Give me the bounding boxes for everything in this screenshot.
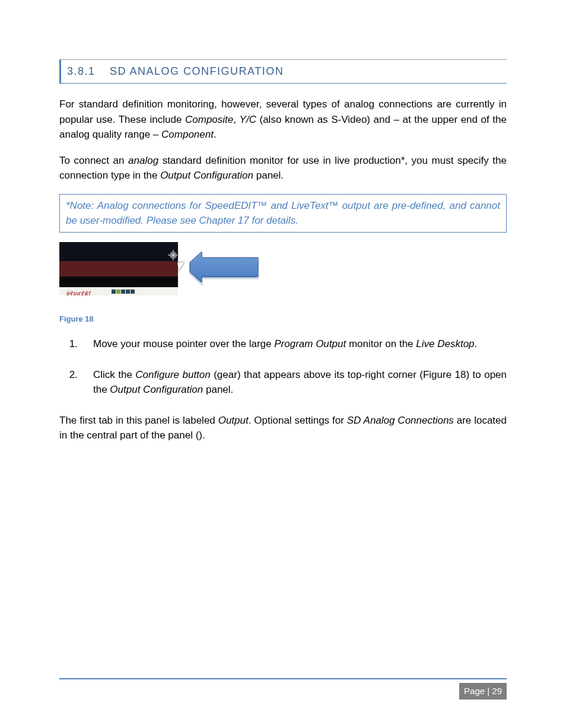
footer-divider xyxy=(59,678,507,679)
step-2: Click the Configure button (gear) that a… xyxy=(86,367,507,398)
text-run: . Optional settings for xyxy=(249,415,347,426)
cursor-icon xyxy=(177,262,186,271)
program-output-preview: iehwobld xyxy=(59,242,178,295)
note-callout: *Note: Analog connections for SpeedEDIT™… xyxy=(59,194,507,233)
text-run: panel. xyxy=(253,170,284,181)
svg-rect-7 xyxy=(176,255,179,256)
callout-arrow-icon xyxy=(178,252,267,293)
intro-paragraph-2: To connect an analog standard definition… xyxy=(59,153,507,183)
term-sd-analog-connections: SD Analog Connections xyxy=(347,415,454,426)
step-1: Move your mouse pointer over the large P… xyxy=(86,336,507,352)
term-output-configuration: Output Configuration xyxy=(160,170,253,181)
term-component: Component xyxy=(161,129,214,140)
preview-band-red xyxy=(59,261,178,276)
intro-paragraph-1: For standard definition monitoring, howe… xyxy=(59,97,507,142)
svg-point-3 xyxy=(172,254,174,256)
svg-rect-6 xyxy=(168,255,170,256)
section-heading: 3.8.1 SD ANALOG CONFIGURATION xyxy=(59,59,507,84)
preview-scribble: iehwobld xyxy=(66,288,90,295)
preview-band-light: iehwobld xyxy=(59,287,178,295)
term-output: Output xyxy=(218,415,249,426)
section-title: SD ANALOG CONFIGURATION xyxy=(110,65,284,77)
document-body: 3.8.1 SD ANALOG CONFIGURATION For standa… xyxy=(0,0,566,443)
term-live-desktop: Live Desktop xyxy=(416,338,474,349)
text-run: , xyxy=(233,114,239,125)
preview-band-black xyxy=(59,276,178,287)
term-configure-button: Configure button xyxy=(135,369,210,380)
text-run: The first tab in this panel is labeled xyxy=(59,415,218,426)
section-number: 3.8.1 xyxy=(67,63,96,80)
text-run: . xyxy=(475,338,478,349)
figure-image: iehwobld xyxy=(59,242,261,307)
figure-18: iehwobld xyxy=(59,242,507,307)
text-run: panel. xyxy=(203,384,233,395)
term-composite: Composite xyxy=(185,114,233,125)
figure-caption: Figure 18 xyxy=(59,313,507,325)
term-yc: Y/C xyxy=(240,114,256,125)
text-run: Move your mouse pointer over the large xyxy=(93,338,274,349)
preview-band-dark xyxy=(59,242,178,261)
term-analog: analog xyxy=(128,155,158,166)
gear-icon xyxy=(167,249,179,261)
term-program-output: Program Output xyxy=(274,338,346,349)
text-run: Click the xyxy=(93,369,135,380)
note-text: *Note: Analog connections for SpeedEDIT™… xyxy=(66,200,500,227)
steps-list: Move your mouse pointer over the large P… xyxy=(59,336,507,398)
text-run: To connect an xyxy=(59,155,128,166)
svg-rect-4 xyxy=(173,250,174,252)
term-output-configuration: Output Configuration xyxy=(110,384,203,395)
text-run: monitor on the xyxy=(346,338,416,349)
page-number-text: Page | 29 xyxy=(464,686,502,696)
page-number-badge: Page | 29 xyxy=(459,683,507,700)
closing-paragraph: The first tab in this panel is labeled O… xyxy=(59,413,507,443)
text-run: . xyxy=(214,129,217,140)
svg-rect-5 xyxy=(173,258,174,260)
preview-blocks xyxy=(112,290,135,294)
